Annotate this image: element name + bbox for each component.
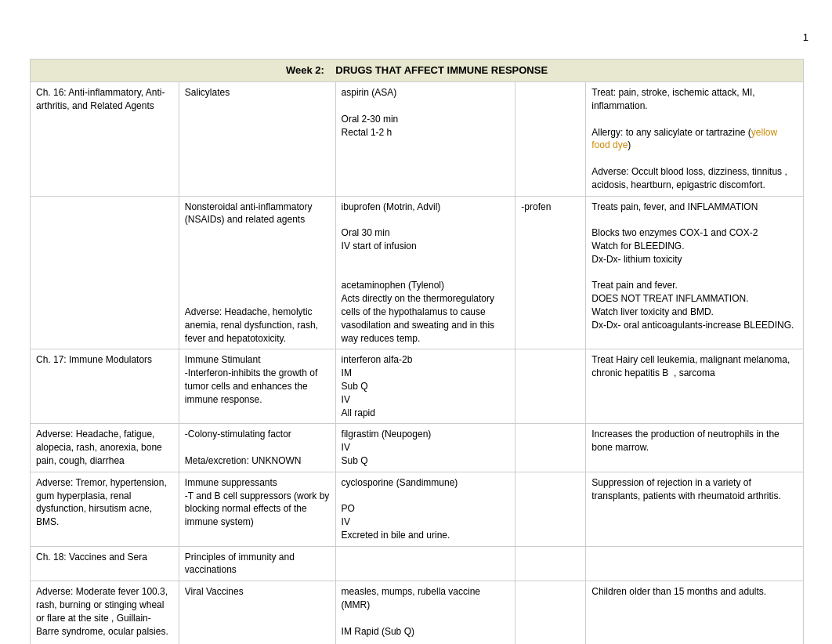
category-cell: -Colony-stimulating factor Meta/excretio…	[179, 424, 335, 472]
notes-cell: Treats pain, fever, and INFLAMMATION Blo…	[586, 196, 804, 349]
chapter-cell: Ch. 16: Anti-inflammatory, Anti-arthriti…	[31, 82, 179, 196]
table-row: Adverse: Moderate fever 100.3, rash, bur…	[31, 581, 804, 644]
category-cell: Salicylates	[179, 82, 335, 196]
suffix-cell	[515, 349, 586, 424]
title-label: DRUGS THAT AFFECT IMMUNE RESPONSE	[335, 64, 548, 76]
category-cell: Viral Vaccines	[179, 581, 335, 644]
suffix-cell	[515, 581, 586, 644]
category-cell: Immune Stimulant -Interferon-inhibits th…	[179, 349, 335, 424]
header-cell: Week 2: DRUGS THAT AFFECT IMMUNE RESPONS…	[31, 60, 804, 82]
drug-cell: measles, mumps, rubella vaccine (MMR) IM…	[335, 581, 515, 644]
header-row: Week 2: DRUGS THAT AFFECT IMMUNE RESPONS…	[31, 60, 804, 82]
yellow-text: yellow food dye	[591, 127, 777, 151]
table-row: Ch. 18: Vaccines and Sera Principles of …	[31, 546, 804, 581]
chapter-cell: Ch. 17: Immune Modulators	[31, 349, 179, 424]
suffix-cell	[515, 82, 586, 196]
drug-cell: aspirin (ASA) Oral 2-30 min Rectal 1-2 h	[335, 82, 515, 196]
category-cell: Principles of immunity and vaccinations	[179, 546, 335, 581]
notes-cell: Children older than 15 months and adults…	[586, 581, 804, 644]
drug-cell	[335, 546, 515, 581]
suffix-cell	[515, 472, 586, 546]
suffix-cell	[515, 546, 586, 581]
notes-cell: Treat Hairy cell leukemia, malignant mel…	[586, 349, 804, 424]
notes-cell: Suppression of rejection in a variety of…	[586, 472, 804, 546]
week-label: Week 2:	[286, 64, 324, 76]
table-row: Adverse: Tremor, hypertension, gum hyper…	[31, 472, 804, 546]
table-row: Ch. 16: Anti-inflammatory, Anti-arthriti…	[31, 82, 804, 196]
adverse-cell	[31, 196, 179, 349]
chapter-cell: Ch. 18: Vaccines and Sera	[31, 546, 179, 581]
category-cell: Nonsteroidal anti-inflammatory (NSAIDs) …	[179, 196, 335, 349]
table-row: Ch. 17: Immune Modulators Immune Stimula…	[31, 349, 804, 424]
suffix-cell	[515, 424, 586, 472]
adverse-cell: Adverse: Moderate fever 100.3, rash, bur…	[31, 581, 179, 644]
table-row: Nonsteroidal anti-inflammatory (NSAIDs) …	[31, 196, 804, 349]
page-number: 1	[803, 31, 808, 43]
drug-cell: cyclosporine (Sandimmune) PO IV Excreted…	[335, 472, 515, 546]
adverse-cell: Adverse: Tremor, hypertension, gum hyper…	[31, 472, 179, 546]
adverse-cell: Adverse: Headache, fatigue, alopecia, ra…	[31, 424, 179, 472]
table-row: Adverse: Headache, fatigue, alopecia, ra…	[31, 424, 804, 472]
drug-cell: ibuprofen (Motrin, Advil) Oral 30 min IV…	[335, 196, 515, 349]
notes-cell: Increases the production of neutrophils …	[586, 424, 804, 472]
suffix-cell: -profen	[515, 196, 586, 349]
drug-cell: interferon alfa-2b IM Sub Q IV All rapid	[335, 349, 515, 424]
notes-cell: Treat: pain, stroke, ischemic attack, MI…	[586, 82, 804, 196]
drug-cell: filgrastim (Neupogen) IV Sub Q	[335, 424, 515, 472]
main-table: Week 2: DRUGS THAT AFFECT IMMUNE RESPONS…	[30, 59, 804, 644]
notes-cell	[586, 546, 804, 581]
category-cell: Immune suppressants -T and B cell suppre…	[179, 472, 335, 546]
